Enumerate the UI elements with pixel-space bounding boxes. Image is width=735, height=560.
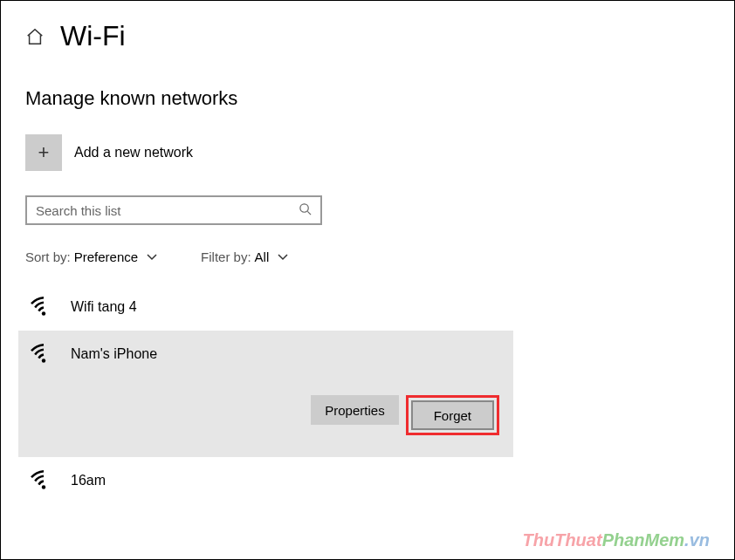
watermark-part-c: .vn [684,530,710,550]
forget-button-highlight: Forget [406,395,499,435]
svg-point-0 [300,204,308,212]
svg-point-3 [42,485,45,488]
network-name: Wifi tang 4 [71,299,137,315]
network-row: 16am [29,468,106,494]
network-actions: Properties Forget [311,395,506,435]
sort-by-dropdown[interactable]: Sort by: Preference [25,249,157,264]
network-name: 16am [71,473,106,488]
properties-button[interactable]: Properties [311,395,398,425]
network-item[interactable]: Wifi tang 4 [18,283,513,331]
section-subtitle: Manage known networks [1,52,734,110]
filter-bar: Sort by: Preference Filter by: All [1,225,734,264]
sort-value: Preference [74,249,138,264]
search-bar[interactable] [25,195,322,225]
plus-icon: + [25,134,62,171]
network-list: Wifi tang 4 Nam's iPhone Properties Forg… [1,283,734,504]
network-row: Nam's iPhone [29,341,157,367]
wifi-icon [29,468,58,494]
add-network-button[interactable]: + Add a new network [1,110,734,171]
svg-point-2 [42,359,45,362]
page-title: Wi-Fi [60,20,126,52]
network-row: Wifi tang 4 [29,294,137,320]
search-icon [299,202,312,218]
add-network-label: Add a new network [74,145,193,160]
chevron-down-icon [278,251,288,263]
chevron-down-icon [147,251,157,263]
sort-label: Sort by: [25,249,71,264]
home-icon[interactable] [25,27,45,46]
filter-value: All [255,249,270,264]
wifi-icon [29,294,58,320]
filter-label: Filter by: [201,249,251,264]
watermark-part-a: ThuThuat [523,530,602,550]
watermark-part-b: PhanMem [602,530,684,550]
network-item-selected[interactable]: Nam's iPhone Properties Forget [18,331,513,457]
watermark: ThuThuatPhanMem.vn [523,530,710,550]
network-name: Nam's iPhone [71,346,157,362]
header-bar: Wi-Fi [1,1,734,52]
search-input[interactable] [36,203,299,218]
svg-point-1 [42,311,45,315]
network-item[interactable]: 16am [18,457,513,504]
forget-button[interactable]: Forget [411,400,494,430]
wifi-icon [29,341,58,367]
filter-by-dropdown[interactable]: Filter by: All [201,249,288,264]
